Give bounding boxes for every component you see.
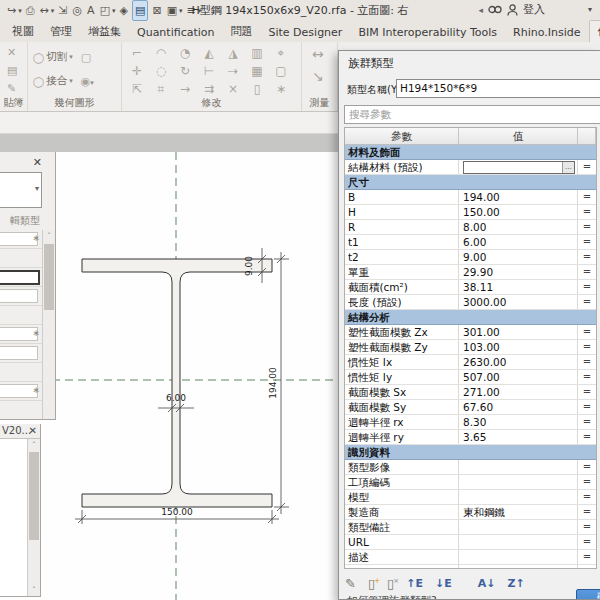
parameter-value[interactable]: 301.00 [459,325,578,339]
parameter-row[interactable]: 結構材料 (預設)…= [345,160,596,175]
parameter-row[interactable]: URL= [345,535,596,550]
beam-profile[interactable] [82,259,272,507]
delete-parameter-icon[interactable]: ↓E [435,574,452,594]
parameter-row[interactable]: 慣性矩 Ix2630.00= [345,355,596,370]
parameter-row[interactable]: t29.00= [345,250,596,265]
parameter-value[interactable] [459,490,578,504]
close-icon[interactable]: ✕ [33,156,42,169]
property-row[interactable] [0,268,42,287]
edit-parameter-icon[interactable]: ✎ [345,574,356,594]
parameter-row[interactable]: 描述= [345,550,596,565]
parameter-row[interactable]: R8.00= [345,220,596,235]
parameter-value[interactable]: 194.00 [459,190,578,204]
parameter-value[interactable] [459,535,578,549]
scroll-up-icon[interactable]: ˄ [28,439,40,451]
parameter-row[interactable]: 類型備註= [345,520,596,535]
parameter-value[interactable]: 29.90 [459,265,578,279]
parameter-value[interactable] [459,475,578,489]
property-row[interactable] [0,287,42,306]
properties-palette: ✕ ▾ 輯類型 ∗ ∗ ∗ ˄ [0,152,56,420]
properties-scrollbar[interactable]: ˄ [42,230,55,419]
dimension-flange-text[interactable]: 9.00 [244,256,254,276]
parameter-row[interactable] [345,565,596,569]
parameter-row[interactable]: 類型影像= [345,460,596,475]
parameter-value[interactable]: … [459,160,578,174]
parameter-value[interactable]: 6.00 [459,235,578,249]
parameter-value[interactable]: 2630.00 [459,355,578,369]
sort-ascending-icon[interactable]: A↓ [478,574,496,594]
browser-scrollbar[interactable]: ˄ ˅ [27,439,40,596]
parameter-row[interactable]: 慣性矩 Iy507.00= [345,370,596,385]
property-row[interactable] [0,363,42,382]
ok-button[interactable]: 確定 [576,589,600,600]
associate-parameter-icon[interactable]: ∗ [32,385,40,395]
parameter-value[interactable]: 3.65 [459,430,578,444]
parameter-value[interactable]: 9.00 [459,250,578,264]
parameter-name: 工項編碼 [345,475,459,489]
property-row[interactable]: ∗ [0,325,42,344]
delete-type-icon[interactable]: ▯× [387,574,394,594]
material-input[interactable]: … [463,161,575,174]
parameter-value[interactable]: 103.00 [459,340,578,354]
parameter-value[interactable]: 507.00 [459,370,578,384]
parameter-value[interactable]: 東和鋼鐵 [459,505,578,519]
edit-type-button[interactable]: 輯類型 [10,214,40,228]
parameter-row[interactable]: 迴轉半徑 ry3.65= [345,430,596,445]
search-parameters-input[interactable]: 搜尋參數 [344,105,600,124]
parameter-value[interactable]: 3000.00 [459,295,578,309]
property-row[interactable] [0,306,42,325]
scroll-down-icon[interactable]: ˅ [28,584,40,596]
scrollbar-thumb[interactable] [29,452,39,540]
parameter-row[interactable]: H150.00= [345,205,596,220]
column-header-value[interactable]: 值 [459,128,578,144]
parameter-row[interactable]: 迴轉半徑 rx8.30= [345,415,596,430]
parameter-row[interactable]: 製造商東和鋼鐵= [345,505,596,520]
close-icon[interactable]: ✕ [29,425,37,436]
parameter-value[interactable]: 150.00 [459,205,578,219]
dimension-width-text[interactable]: 150.00 [161,507,193,517]
parameter-row[interactable]: 塑性截面模數 Zy103.00= [345,340,596,355]
parameter-row[interactable]: 截面模數 Sx271.00= [345,385,596,400]
property-row[interactable] [0,344,42,363]
parameter-value[interactable]: 8.30 [459,415,578,429]
parameter-value[interactable]: 271.00 [459,385,578,399]
new-type-icon[interactable]: ▯+ [368,574,375,594]
parameter-row[interactable]: t16.00= [345,235,596,250]
parameter-value[interactable] [459,460,578,474]
associate-parameter-icon[interactable]: ∗ [32,328,40,338]
new-parameter-icon[interactable]: ↑E [406,574,423,594]
browse-button[interactable]: … [562,162,574,173]
property-row[interactable]: ∗ [0,382,42,401]
parameter-value[interactable]: 8.00 [459,220,578,234]
badge-icon: × [393,571,399,591]
type-selector[interactable]: ▾ [0,172,42,208]
scroll-up-icon[interactable]: ˄ [43,230,55,242]
associate-parameter-icon[interactable]: ∗ [32,233,40,243]
type-name-input[interactable]: H194*150*6*9 [396,79,600,98]
parameter-value[interactable]: 38.11 [459,280,578,294]
parameter-row[interactable]: 單重29.90= [345,265,596,280]
sort-descending-icon[interactable]: Z↑ [507,574,524,594]
parameter-value[interactable]: 67.60 [459,400,578,414]
parameter-value[interactable] [459,520,578,534]
parameter-value[interactable] [459,550,578,564]
formula-cell: = [578,520,596,534]
parameter-row[interactable]: 截面積(cm²)38.11= [345,280,596,295]
parameter-row[interactable]: B194.00= [345,190,596,205]
column-header-parameter[interactable]: 參數 [345,128,459,144]
dimension-height-text[interactable]: 194.00 [268,367,278,399]
parameter-row[interactable]: 模型= [345,490,596,505]
badge-icon: + [374,571,380,591]
help-link[interactable]: 如何管理族群類型? [347,594,437,600]
parameter-value[interactable] [459,565,578,569]
dimension-web-text[interactable]: 6.00 [166,393,186,403]
column-header-formula[interactable] [578,128,596,144]
property-row[interactable] [0,249,42,268]
browser-tree[interactable]: ˄ ˅ [0,438,40,596]
parameter-row[interactable]: 塑性截面模數 Zx301.00= [345,325,596,340]
parameter-row[interactable]: 工項編碼= [345,475,596,490]
property-row[interactable]: ∗ [0,230,42,249]
parameter-row[interactable]: 長度 (預設)3000.00= [345,295,596,310]
scrollbar-thumb[interactable] [44,244,54,310]
parameter-row[interactable]: 截面模數 Sy67.60= [345,400,596,415]
